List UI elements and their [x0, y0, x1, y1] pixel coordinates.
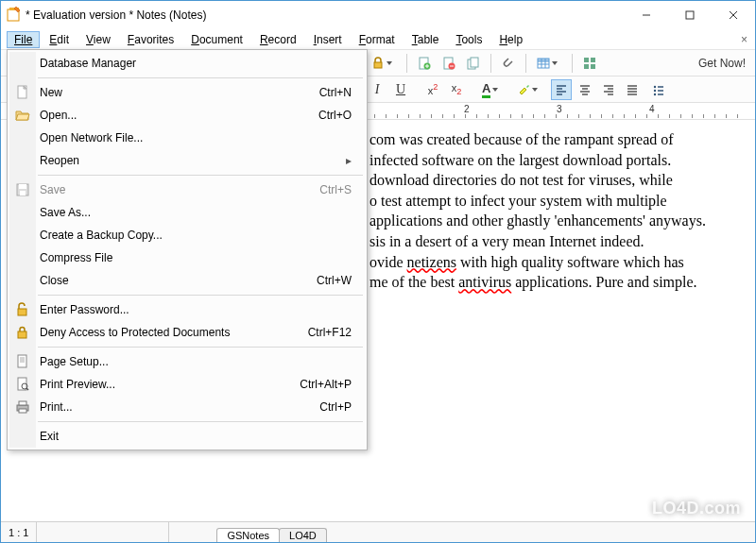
menu-document[interactable]: Document	[183, 31, 250, 48]
page-setup-icon	[14, 353, 31, 370]
document-tabs: GSNotes LO4D	[216, 522, 325, 542]
spelling-error: antivirus	[458, 274, 511, 290]
grid-button[interactable]	[579, 53, 600, 74]
svg-rect-15	[471, 58, 478, 67]
new-document-icon	[14, 84, 31, 101]
menu-help[interactable]: Help	[491, 31, 530, 48]
folder-open-icon	[14, 107, 31, 124]
attachment-button[interactable]	[498, 53, 519, 74]
italic-button[interactable]: I	[367, 79, 387, 100]
menu-favorites[interactable]: Favorites	[120, 31, 181, 48]
menu-item-save-as[interactable]: Save As...	[9, 201, 365, 224]
menu-item-db-manager[interactable]: Database Manager	[9, 52, 365, 75]
print-icon	[14, 399, 31, 416]
underline-button[interactable]: U	[390, 79, 411, 100]
menu-item-save: SaveCtrl+S	[9, 178, 365, 201]
menu-item-page-setup[interactable]: Page Setup...	[9, 350, 365, 373]
svg-point-46	[654, 93, 656, 94]
svg-rect-22	[584, 58, 589, 62]
svg-rect-62	[19, 401, 26, 405]
menu-item-backup-copy[interactable]: Create a Backup Copy...	[9, 224, 365, 246]
svg-rect-53	[18, 331, 26, 338]
table-insert-button[interactable]	[533, 53, 565, 74]
get-now-link[interactable]: Get Now!	[693, 57, 751, 70]
close-button[interactable]	[712, 1, 755, 29]
menu-bar: File Edit View Favorites Document Record…	[1, 29, 755, 50]
lock-icon	[14, 324, 31, 341]
save-icon	[14, 181, 31, 198]
menu-insert[interactable]: Insert	[306, 31, 350, 48]
svg-rect-51	[20, 191, 26, 195]
font-color-button[interactable]: A	[478, 79, 510, 100]
menu-item-enter-password[interactable]: Enter Password...	[9, 298, 365, 321]
highlight-button[interactable]	[513, 79, 545, 100]
print-preview-icon	[14, 376, 31, 393]
menu-file[interactable]: File	[7, 31, 40, 48]
menu-item-print-preview[interactable]: Print Preview...Ctrl+Alt+P	[9, 373, 365, 396]
align-left-button[interactable]	[551, 79, 572, 100]
menu-item-print[interactable]: Print...Ctrl+P	[9, 396, 365, 418]
status-bar: 1 : 1 GSNotes LO4D	[1, 521, 755, 542]
minimize-button[interactable]	[625, 1, 668, 29]
align-center-button[interactable]	[575, 79, 595, 100]
menu-item-close[interactable]: CloseCtrl+W	[9, 269, 365, 292]
page-add-button[interactable]	[414, 53, 435, 74]
svg-rect-24	[584, 64, 589, 69]
spelling-error: netizens	[407, 254, 456, 270]
svg-rect-3	[686, 11, 694, 19]
file-menu-dropdown: Database Manager NewCtrl+N Open...Ctrl+O…	[7, 49, 368, 450]
superscript-button[interactable]: x2	[422, 79, 443, 100]
svg-rect-6	[374, 62, 382, 68]
document-text[interactable]: com was created because of the rampant s…	[351, 120, 755, 302]
title-bar: * Evaluation version * Notes (Notes)	[1, 1, 755, 29]
menubar-close-button[interactable]: ×	[733, 31, 755, 48]
align-justify-button[interactable]	[622, 79, 643, 100]
menu-item-compress[interactable]: Compress File	[9, 246, 365, 269]
svg-point-44	[654, 89, 656, 91]
svg-rect-63	[19, 409, 26, 413]
subscript-button[interactable]: x2	[446, 79, 467, 100]
maximize-button[interactable]	[668, 1, 712, 29]
menu-item-open[interactable]: Open...Ctrl+O	[9, 104, 365, 127]
tab-gsnotes[interactable]: GSNotes	[216, 528, 280, 542]
unlock-icon	[14, 301, 31, 318]
svg-rect-21	[538, 59, 549, 61]
menu-item-exit[interactable]: Exit	[9, 425, 365, 448]
menu-format[interactable]: Format	[352, 31, 403, 48]
lock-button[interactable]	[368, 53, 400, 74]
menu-item-open-network[interactable]: Open Network File...	[9, 127, 365, 149]
menu-table[interactable]: Table	[404, 31, 447, 48]
svg-rect-25	[591, 64, 595, 69]
svg-rect-23	[591, 58, 595, 62]
menu-item-deny-access[interactable]: Deny Access to Protected DocumentsCtrl+F…	[9, 321, 365, 344]
svg-point-42	[654, 85, 656, 87]
menu-view[interactable]: View	[78, 31, 118, 48]
align-right-button[interactable]	[598, 79, 619, 100]
page-copy-button[interactable]	[463, 53, 484, 74]
app-icon	[7, 7, 22, 25]
menu-edit[interactable]: Edit	[42, 31, 77, 48]
page-remove-button[interactable]	[438, 53, 459, 74]
svg-rect-52	[18, 309, 26, 315]
menu-tools[interactable]: Tools	[448, 31, 490, 48]
menu-item-reopen[interactable]: Reopen▸	[9, 149, 365, 172]
menu-item-new[interactable]: NewCtrl+N	[9, 81, 365, 104]
tab-lo4d[interactable]: LO4D	[279, 528, 327, 542]
bullet-list-button[interactable]	[648, 79, 669, 100]
submenu-arrow-icon: ▸	[346, 154, 355, 167]
cursor-position: 1 : 1	[1, 522, 37, 542]
window-title: * Evaluation version * Notes (Notes)	[22, 8, 625, 22]
menu-record[interactable]: Record	[252, 31, 304, 48]
svg-rect-50	[19, 184, 26, 189]
